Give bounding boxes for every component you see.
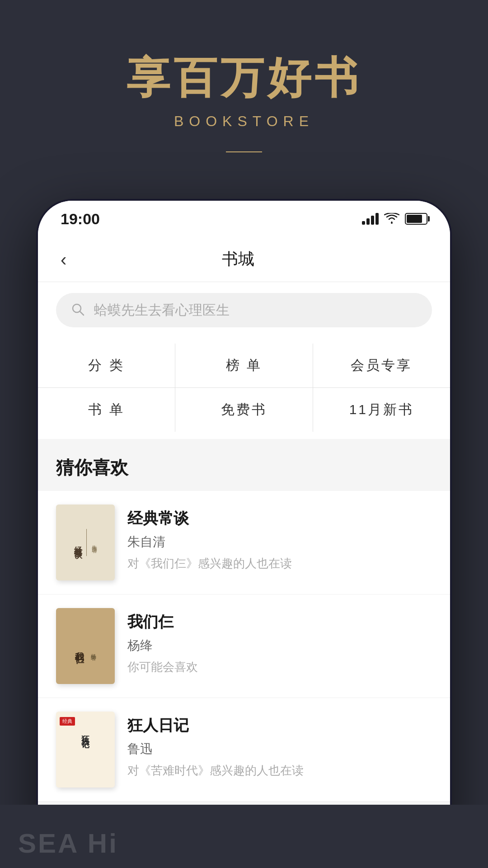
svg-line-2 [80,311,84,315]
search-icon [70,302,87,318]
book-item-2[interactable]: 我们仨 杨绛著 我们仨 杨绛 你可能会喜欢 [38,594,450,698]
signal-bar-1 [362,221,365,225]
cover-2-title: 我们仨 [74,644,86,650]
book-desc-1: 对《我们仨》感兴趣的人也在读 [127,555,432,571]
book-author-1: 朱自清 [127,533,432,551]
category-shudan[interactable]: 书 单 [38,388,175,432]
cover-3-title: 狂人日记 [80,729,91,735]
recommend-section: 猜你喜欢 经典常谈 朱自清著 经典常谈 朱自清 对《我们仨》感兴趣的人 [38,439,450,848]
back-icon: ‹ [61,250,66,269]
signal-bar-2 [366,218,370,225]
signal-bar-4 [375,213,379,225]
cover-3-label: 经典 [60,717,75,726]
search-placeholder: 蛤蟆先生去看心理医生 [94,301,230,320]
category-new[interactable]: 11月新书 [313,388,450,432]
recommend-title: 猜你喜欢 [38,439,450,491]
signal-bar-3 [371,216,374,225]
search-container: 蛤蟆先生去看心理医生 [38,282,450,336]
svg-point-0 [391,222,393,224]
book-author-2: 杨绛 [127,637,432,654]
book-name-2: 我们仨 [127,612,432,632]
book-cover-2: 我们仨 杨绛著 [56,608,115,684]
signal-icon [362,213,379,225]
book-name-1: 经典常谈 [127,508,432,529]
status-time: 19:00 [61,210,100,228]
category-grid: 分 类 榜 单 会员专享 书 单 免费书 11月新书 [38,336,450,439]
category-fenlei[interactable]: 分 类 [38,344,175,387]
book-item-3[interactable]: 经典 狂人日记 狂人日记 鲁迅 对《苦难时代》感兴趣的人也在读 [38,698,450,802]
book-desc-2: 你可能会喜欢 [127,659,432,675]
battery-icon [405,213,427,225]
phone-screen: 19:00 [38,201,450,848]
book-item-1[interactable]: 经典常谈 朱自清著 经典常谈 朱自清 对《我们仨》感兴趣的人也在读 [38,491,450,594]
category-vip[interactable]: 会员专享 [313,344,450,387]
book-cover-3: 经典 狂人日记 [56,712,115,788]
book-info-1: 经典常谈 朱自清 对《我们仨》感兴趣的人也在读 [127,505,432,571]
app-title-chinese: 享百万好书 [0,54,488,102]
book-author-3: 鲁迅 [127,741,432,758]
page-title: 书城 [71,248,405,270]
wifi-icon [384,213,399,225]
status-icons [362,213,427,225]
book-cover-1: 经典常谈 朱自清著 [56,505,115,580]
category-free[interactable]: 免费书 [175,388,312,432]
app-header: 享百万好书 BOOKSTORE [0,0,488,179]
back-button[interactable]: ‹ [56,246,71,273]
battery-fill [407,215,422,223]
cover-1-title: 经典常谈 [73,540,83,545]
book-desc-3: 对《苦难时代》感兴趣的人也在读 [127,762,432,778]
category-bangdan[interactable]: 榜 单 [175,344,312,387]
book-name-3: 狂人日记 [127,715,432,736]
cover-1-divider [86,529,87,556]
book-info-2: 我们仨 杨绛 你可能会喜欢 [127,608,432,675]
book-info-3: 狂人日记 鲁迅 对《苦难时代》感兴趣的人也在读 [127,712,432,778]
navigation-bar: ‹ 书城 [38,237,450,282]
sea-hi-label: SEA Hi [18,828,118,859]
header-divider [226,151,262,152]
search-bar[interactable]: 蛤蟆先生去看心理医生 [56,293,432,327]
app-title-english: BOOKSTORE [0,113,488,130]
cover-1-subtitle: 朱自清著 [90,541,98,544]
status-bar: 19:00 [38,201,450,237]
bottom-area: SEA Hi [0,805,488,868]
phone-mockup: 19:00 [36,199,452,850]
cover-2-author: 杨绛著 [89,649,97,652]
book-list: 经典常谈 朱自清著 经典常谈 朱自清 对《我们仨》感兴趣的人也在读 [38,491,450,802]
